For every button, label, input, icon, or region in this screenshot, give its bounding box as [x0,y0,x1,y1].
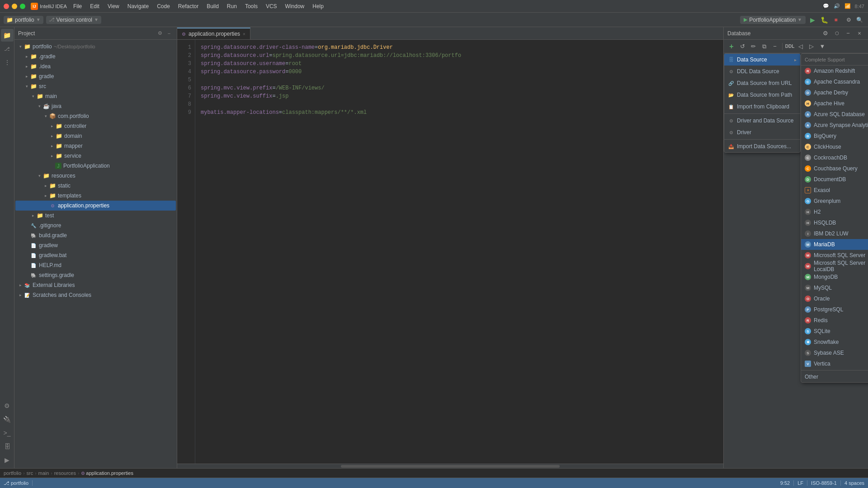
tree-item-gradle-folder[interactable]: ▸ 📁 .gradle [15,52,176,61]
tree-item-test[interactable]: ▸ 📁 test [15,211,176,221]
menu-help[interactable]: Help [309,3,327,9]
cs-sqlite[interactable]: S SQLite [801,326,868,337]
vcs-selector[interactable]: ⎇ Version control ▼ [46,16,101,24]
tree-item-build-gradle[interactable]: 🐘 build.gradle [15,230,176,240]
tree-item-static[interactable]: ▸ 📁 static [15,181,176,191]
db-nav-right-icon[interactable]: ▷ [807,42,816,52]
structure-icon[interactable]: ⋮ [1,56,14,69]
tree-item-service[interactable]: ▸ 📁 service [15,151,176,161]
cs-mysql[interactable]: M MySQL [801,282,868,293]
search-everywhere-icon[interactable]: 🔍 [854,15,864,25]
db-duplicate-icon[interactable]: ⧉ [759,42,769,52]
minimize-button[interactable] [12,4,17,9]
menu-file[interactable]: File [70,3,85,9]
editor-scrollbar[interactable] [177,464,723,468]
cm-driver-and-source[interactable]: ⚙ Driver and Data Source [724,115,800,127]
debug-button[interactable]: 🐛 [819,15,829,25]
panel-settings-icon[interactable]: ⚙ [156,29,164,38]
run-icon-side[interactable]: ▶ [1,454,14,466]
tree-item-com-portfolio[interactable]: ▾ 📦 com.portfolio [15,111,176,121]
menu-navigate[interactable]: Navigate [124,3,152,9]
cs-greenplum[interactable]: G Greenplum [801,196,868,206]
cs-apache-derby[interactable]: D Apache Derby [801,87,868,98]
git-branch-status[interactable]: ⎇ portfolio [4,480,28,486]
tree-item-scratches[interactable]: ▸ 📝 Scratches and Consoles [15,290,176,300]
tree-item-help-md[interactable]: 📄 HELP.md [15,260,176,270]
db-refresh-icon[interactable]: ↺ [737,42,747,52]
cs-h2[interactable]: H H2 [801,206,868,217]
db-nav-left-icon[interactable]: ◁ [796,42,806,52]
cm-import-clipboard[interactable]: 📋 Import from Clipboard [724,101,800,113]
editor-content[interactable]: 1 2 3 4 5 6 7 8 9 spring.datasource.driv… [177,40,723,464]
tree-item-java[interactable]: ▾ ☕ java [15,101,176,111]
cs-bigquery[interactable]: B BigQuery [801,131,868,141]
tree-item-templates[interactable]: ▸ 📁 templates [15,191,176,201]
settings-icon[interactable]: ⚙ [844,15,854,25]
cs-documentdb[interactable]: D DocumentDB [801,174,868,185]
breadcrumb-src[interactable]: src [26,470,33,476]
cs-apache-cassandra[interactable]: C Apache Cassandra [801,76,868,87]
breadcrumb-app-properties[interactable]: ⚙ application.properties [81,470,133,476]
breadcrumb-portfolio[interactable]: portfolio [4,470,21,476]
tree-root-portfolio[interactable]: ▾ 📁 portfolio ~/Desktop/portfolio [15,42,176,52]
cs-hsqldb[interactable]: H HSQLDB [801,217,868,228]
charset-status[interactable]: ISO-8859-1 [811,480,837,486]
tree-item-main[interactable]: ▾ 📁 main [15,91,176,101]
stop-button[interactable]: ■ [831,15,841,25]
tree-item-gradlew[interactable]: 📄 gradlew [15,240,176,250]
cs-mariadb[interactable]: M MariaDB [801,239,868,250]
scroll-thumb[interactable] [341,465,559,468]
plugins-icon[interactable]: 🔌 [1,413,14,426]
tree-item-ext-libs[interactable]: ▸ 📚 External Libraries [15,280,176,290]
cs-oracle[interactable]: O Oracle [801,293,868,304]
run-button[interactable]: ▶ [807,15,817,25]
line-ending-status[interactable]: LF [797,480,803,486]
cs-mssql[interactable]: M Microsoft SQL Server [801,250,868,261]
tree-item-mapper[interactable]: ▸ 📁 mapper [15,141,176,151]
maximize-button[interactable] [20,4,25,9]
cs-snowflake[interactable]: ❄ Snowflake [801,337,868,347]
tree-item-src[interactable]: ▾ 📁 src [15,81,176,91]
db-settings-icon[interactable]: ⚙ [821,28,830,38]
wifi-icon[interactable]: 📶 [844,3,851,10]
db-close-icon[interactable]: × [854,28,864,38]
menu-run[interactable]: Run [223,3,241,9]
breadcrumb-main[interactable]: main [38,470,49,476]
line-col-status[interactable]: 9:52 [780,480,790,486]
database-icon-side[interactable]: 🗄 [1,440,14,453]
tree-item-resources[interactable]: ▾ 📁 resources [15,171,176,181]
menu-tools[interactable]: Tools [241,3,261,9]
menu-code[interactable]: Code [153,3,174,9]
breadcrumb-resources[interactable]: resources [54,470,76,476]
tree-item-gradlew-bat[interactable]: 📄 gradlew.bat [15,250,176,260]
run-config[interactable]: ▶ PortfolioApplication ▼ [740,16,806,24]
cs-vertica[interactable]: V Vertica [801,358,868,369]
cs-apache-hive[interactable]: H Apache Hive [801,98,868,109]
cs-sybase[interactable]: S Sybase ASE [801,347,868,358]
chat-icon[interactable]: 💬 [822,3,830,10]
audio-icon[interactable]: 🔊 [833,3,840,10]
cs-exasol[interactable]: ✕ Exasol [801,185,868,196]
panel-collapse-icon[interactable]: − [165,29,173,38]
tree-item-controller[interactable]: ▸ 📁 controller [15,121,176,131]
menu-window[interactable]: Window [282,3,308,9]
cs-mssql-local[interactable]: M Microsoft SQL Server LocalDB [801,261,868,272]
cm-ddl-source[interactable]: ⚙ DDL Data Source [724,66,800,77]
cs-ibm-db2[interactable]: I IBM Db2 LUW [801,228,868,239]
cs-azure-sql[interactable]: A Azure SQL Database [801,109,868,120]
cs-amazon-redshift[interactable]: R Amazon Redshift [801,66,868,76]
db-collapse-icon[interactable]: − [843,28,853,38]
code-area[interactable]: spring.datasource.driver-class-name=org.… [195,40,720,464]
cs-mongodb[interactable]: M MongoDB [801,272,868,282]
cs-other[interactable]: Other ▸ [801,371,868,382]
tree-item-domain[interactable]: ▸ 📁 domain [15,131,176,141]
project-selector[interactable]: 📁 portfolio ▼ [4,16,43,24]
cm-import-sources[interactable]: 📥 Import Data Sources... [724,141,800,152]
db-edit-icon[interactable]: ✏ [748,42,758,52]
menu-build[interactable]: Build [203,3,222,9]
menu-edit[interactable]: Edit [86,3,103,9]
tree-item-gitignore[interactable]: 🔧 .gitignore [15,221,176,230]
indent-status[interactable]: 4 spaces [844,480,864,486]
menu-refactor[interactable]: Refactor [175,3,202,9]
cm-driver[interactable]: ⚙ Driver [724,127,800,138]
